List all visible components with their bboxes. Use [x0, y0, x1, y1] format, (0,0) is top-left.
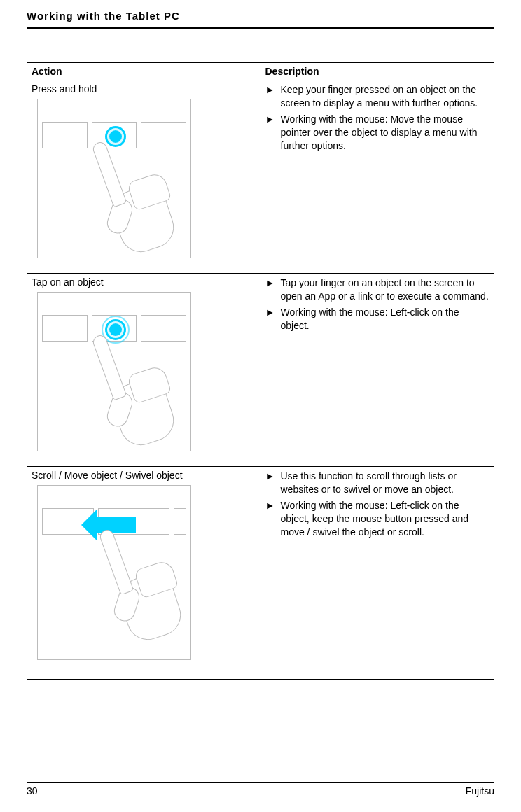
gesture-table: Action Description Press and hold [27, 62, 494, 680]
page-number: 30 [27, 785, 38, 797]
column-header-description: Description [260, 63, 494, 80]
page-footer: 30 Fujitsu [27, 782, 494, 797]
hand-icon [111, 526, 195, 638]
table-row: Scroll / Move object / Swivel object [27, 467, 494, 680]
action-label-tap: Tap on an object [32, 276, 256, 288]
table-row: Press and hold [27, 80, 494, 274]
tap-illustration [37, 292, 191, 451]
description-text: Working with the mouse: Left-click on th… [281, 499, 490, 539]
description-text: Working with the mouse: Move the mouse p… [281, 113, 490, 153]
description-item: ► Use this function to scroll through li… [265, 470, 490, 496]
action-label-press-hold: Press and hold [32, 83, 256, 94]
arrow-right-icon: ► [265, 306, 281, 332]
press-hold-illustration [37, 99, 191, 258]
tile-icon [42, 122, 88, 148]
tile-icon [42, 315, 88, 342]
hand-icon [104, 332, 188, 444]
description-text: Keep your finger pressed on an object on… [281, 83, 490, 110]
arrow-right-icon: ► [265, 276, 281, 303]
arrow-right-icon: ► [265, 113, 281, 153]
column-header-action: Action [27, 63, 261, 80]
scroll-illustration [37, 485, 191, 660]
action-label-scroll: Scroll / Move object / Swivel object [32, 470, 256, 481]
description-item: ► Working with the mouse: Left-click on … [265, 499, 490, 539]
table-row: Tap on an object [27, 274, 494, 467]
page-header-title: Working with the Tablet PC [27, 10, 494, 27]
description-item: ► Working with the mouse: Left-click on … [265, 306, 490, 332]
description-text: Working with the mouse: Left-click on th… [281, 306, 490, 332]
arrow-right-icon: ► [265, 499, 281, 539]
description-item: ► Tap your finger on an object on the sc… [265, 276, 490, 303]
arrow-right-icon: ► [265, 470, 281, 496]
description-text: Use this function to scroll through list… [281, 470, 490, 496]
header-divider [27, 27, 494, 29]
hand-icon [104, 139, 188, 251]
description-item: ► Keep your finger pressed on an object … [265, 83, 490, 110]
footer-divider [27, 782, 494, 783]
description-text: Tap your finger on an object on the scre… [281, 276, 490, 303]
footer-brand: Fujitsu [466, 785, 494, 797]
description-item: ► Working with the mouse: Move the mouse… [265, 113, 490, 153]
arrow-right-icon: ► [265, 83, 281, 110]
